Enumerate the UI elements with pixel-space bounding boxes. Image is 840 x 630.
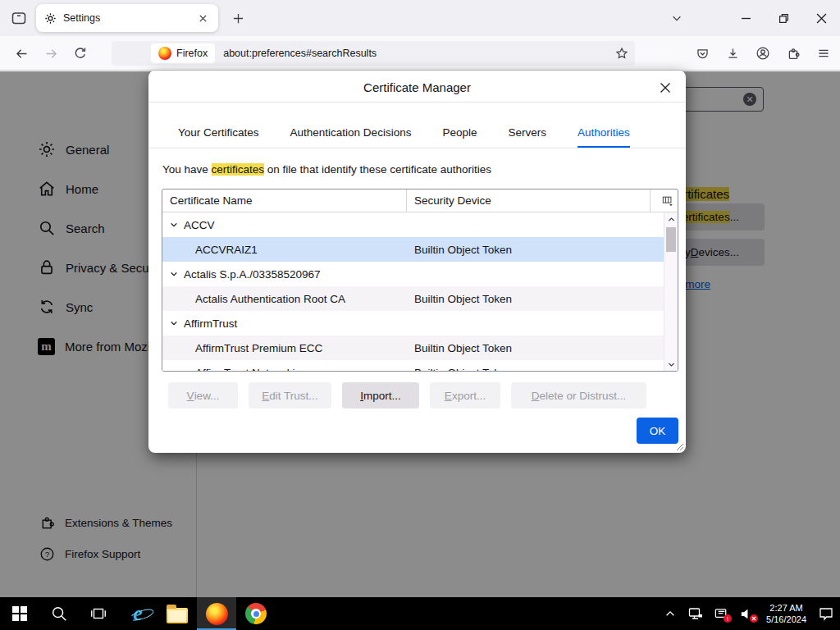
system-tray: ! 2:27 AM 5/16/2024 xyxy=(661,597,840,630)
firefox-logo-icon xyxy=(158,47,171,60)
import-button[interactable]: Import... xyxy=(342,382,419,409)
export-button[interactable]: Export... xyxy=(430,382,500,409)
network-icon[interactable] xyxy=(687,604,705,623)
edit-trust-button[interactable]: Edit Trust... xyxy=(249,382,331,409)
pocket-icon[interactable] xyxy=(692,43,712,63)
taskbar-search-button[interactable] xyxy=(39,597,79,630)
restore-button[interactable] xyxy=(765,0,802,36)
column-header-certificate-name[interactable]: Certificate Name xyxy=(162,189,407,212)
scroll-up-icon[interactable] xyxy=(664,212,678,226)
table-body: ACCV ACCVRAIZ1 Builtin Object Token Acta… xyxy=(162,212,664,371)
nav-bar: Firefox about:preferences#searchResults xyxy=(0,36,840,71)
taskbar: e ! 2:27 AM 5/16/2024 xyxy=(0,597,840,630)
account-icon[interactable] xyxy=(753,43,773,63)
ie-icon: e xyxy=(133,603,143,624)
table-row-actalis-root-ca[interactable]: Actalis Authentication Root CA Builtin O… xyxy=(162,286,664,311)
volume-muted-icon[interactable] xyxy=(737,604,756,623)
firefox-taskbar-button[interactable] xyxy=(197,597,236,630)
dialog-description: You have certificates on file that ident… xyxy=(162,163,491,176)
internet-explorer-button[interactable]: e xyxy=(118,597,158,630)
minimize-button[interactable] xyxy=(727,0,765,36)
identity-chiclet[interactable]: Firefox xyxy=(151,43,215,63)
identity-label: Firefox xyxy=(176,48,208,59)
menu-hamburger-icon[interactable] xyxy=(814,43,833,63)
certificate-table: Certificate Name Security Device ACCV AC… xyxy=(162,189,678,372)
new-tab-button[interactable] xyxy=(226,7,249,29)
table-row-affirmtrust-networking[interactable]: AffirmTrust Networking Builtin Object To… xyxy=(162,360,664,371)
table-row-affirmtrust-premium-ecc[interactable]: AffirmTrust Premium ECC Builtin Object T… xyxy=(162,336,664,360)
table-row-accvraiz1[interactable]: ACCVRAIZ1 Builtin Object Token xyxy=(162,237,664,262)
chevron-down-icon[interactable] xyxy=(170,319,178,327)
dialog-title-separator xyxy=(148,102,686,103)
reload-button[interactable] xyxy=(69,43,92,63)
ok-button[interactable]: OK xyxy=(637,418,678,444)
svg-text:!: ! xyxy=(727,616,728,622)
table-row-group-accv[interactable]: ACCV xyxy=(162,212,664,237)
column-picker-icon[interactable] xyxy=(651,189,678,212)
table-scrollbar[interactable] xyxy=(664,212,678,371)
chevron-down-icon[interactable] xyxy=(170,221,178,229)
dialog-button-row: View... Edit Trust... Import... Export..… xyxy=(168,382,646,409)
screen: Settings xyxy=(0,0,840,630)
clock-date: 5/16/2024 xyxy=(766,614,806,625)
resize-grip[interactable] xyxy=(674,441,684,451)
tab-servers[interactable]: Servers xyxy=(508,117,546,148)
hidden-icons-chevron[interactable] xyxy=(661,604,679,623)
table-row-group-affirmtrust[interactable]: AffirmTrust xyxy=(162,311,664,336)
taskbar-clock[interactable]: 2:27 AM 5/16/2024 xyxy=(763,602,810,625)
firefox-view-icon[interactable] xyxy=(7,7,31,29)
file-explorer-button[interactable] xyxy=(158,597,197,630)
forward-button[interactable] xyxy=(39,43,62,63)
tab-close-icon[interactable] xyxy=(195,11,210,25)
downloads-icon[interactable] xyxy=(723,43,742,63)
chrome-taskbar-button[interactable] xyxy=(236,597,276,630)
tab-title: Settings xyxy=(63,12,100,24)
start-button[interactable] xyxy=(0,597,39,630)
dialog-tab-strip: Your Certificates Authentication Decisio… xyxy=(148,117,686,148)
tab-authentication-decisions[interactable]: Authentication Decisions xyxy=(290,117,412,148)
action-center-icon[interactable] xyxy=(817,604,835,623)
list-all-tabs-icon[interactable] xyxy=(666,7,687,29)
dialog-title: Certificate Manager xyxy=(148,71,686,94)
folder-icon xyxy=(167,608,188,623)
chevron-down-icon[interactable] xyxy=(170,270,178,278)
extensions-icon[interactable] xyxy=(783,43,803,63)
firefox-icon xyxy=(206,603,228,625)
task-view-button[interactable] xyxy=(79,597,118,630)
table-row-group-actalis[interactable]: Actalis S.p.A./03358520967 xyxy=(162,262,664,286)
tab-settings[interactable]: Settings xyxy=(36,4,218,32)
chrome-icon xyxy=(245,603,267,624)
scrollbar-thumb[interactable] xyxy=(666,227,676,252)
security-alert-icon[interactable]: ! xyxy=(712,604,730,623)
certificate-manager-dialog: Certificate Manager Your Certificates Au… xyxy=(148,71,686,453)
back-button[interactable] xyxy=(10,43,33,63)
alert-badge-icon: ! xyxy=(724,614,732,623)
dialog-close-icon[interactable] xyxy=(657,80,673,96)
close-window-button[interactable] xyxy=(802,0,840,36)
column-header-security-device[interactable]: Security Device xyxy=(407,189,651,212)
url-text: about:preferences#searchResults xyxy=(223,48,377,59)
view-button[interactable]: View... xyxy=(168,382,238,409)
bookmark-star-icon[interactable] xyxy=(615,47,628,60)
task-view-icon xyxy=(89,605,107,623)
address-bar[interactable]: Firefox about:preferences#searchResults xyxy=(112,41,635,66)
gear-icon xyxy=(44,12,57,25)
delete-or-distrust-button[interactable]: Delete or Distrust... xyxy=(511,382,646,409)
clock-time: 2:27 AM xyxy=(766,602,806,614)
windows-logo-icon xyxy=(12,606,27,621)
table-header: Certificate Name Security Device xyxy=(162,189,678,212)
tab-bar: Settings xyxy=(0,0,840,36)
mute-badge-icon xyxy=(750,614,758,623)
search-icon xyxy=(50,605,68,623)
tab-authorities[interactable]: Authorities xyxy=(578,117,630,148)
tab-your-certificates[interactable]: Your Certificates xyxy=(178,117,259,148)
tab-people[interactable]: People xyxy=(442,117,477,148)
scroll-down-icon[interactable] xyxy=(664,358,678,371)
